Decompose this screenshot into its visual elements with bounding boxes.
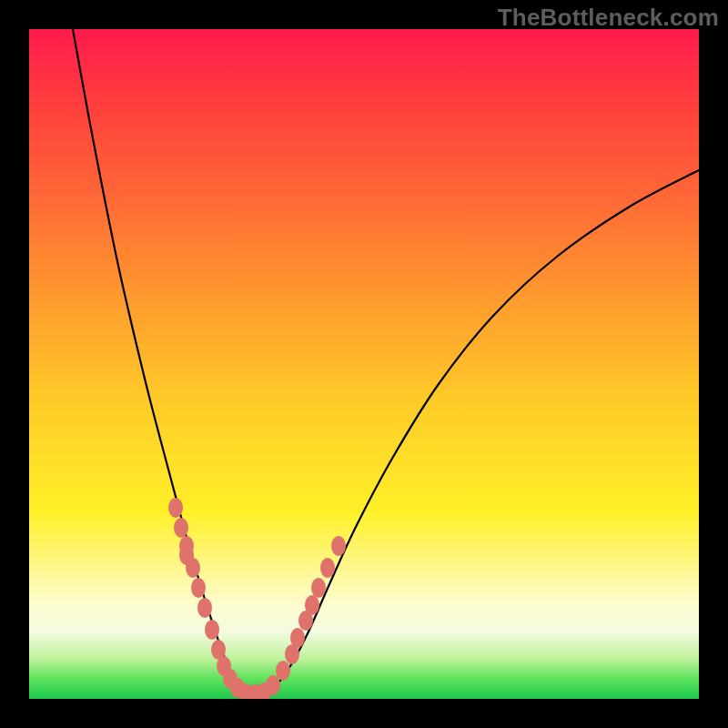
marker-dot	[311, 578, 326, 598]
marker-dot	[266, 675, 280, 695]
marker-dot	[331, 536, 346, 556]
plot-area	[29, 29, 699, 699]
marker-group	[168, 498, 346, 699]
marker-dot	[197, 598, 212, 618]
marker-dot	[290, 628, 305, 648]
right-curve	[248, 170, 699, 695]
chart-svg	[29, 29, 699, 699]
marker-dot	[191, 578, 206, 598]
marker-dot	[174, 518, 188, 538]
outer-frame: TheBottleneck.com	[0, 0, 728, 728]
marker-dot	[305, 595, 319, 615]
left-curve	[73, 29, 248, 695]
marker-dot	[276, 661, 290, 681]
marker-dot	[168, 498, 183, 518]
marker-dot	[205, 620, 219, 640]
marker-dot	[320, 558, 335, 578]
watermark-text: TheBottleneck.com	[498, 4, 719, 32]
marker-dot	[186, 558, 200, 578]
